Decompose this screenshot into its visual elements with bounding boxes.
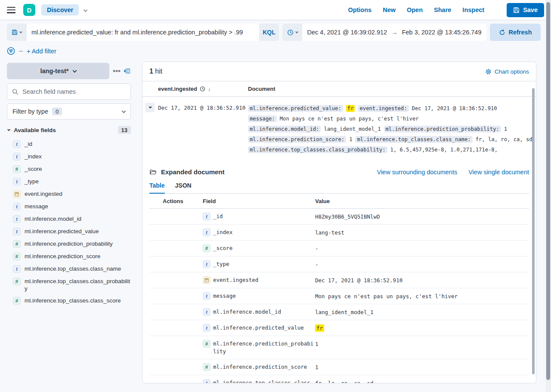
summary-line: message:Mon pays ce n'est pas un pays, c… [248, 114, 532, 124]
row-field-name: ml.inference.prediction_probability [213, 340, 315, 355]
row-field-name: _index [213, 228, 315, 236]
sidebar-field-item[interactable]: t message [7, 200, 131, 213]
sort-desc-icon: ↓ [208, 86, 211, 92]
saved-query-menu-button[interactable] [7, 24, 27, 41]
save-button[interactable]: Save [507, 3, 544, 17]
summary-field-pill: ml.inference.top_classes.class_probabili… [248, 146, 387, 153]
row-field-cell: t ml.inference.predicted_value [203, 324, 315, 332]
time-menu-button[interactable] [282, 24, 302, 41]
sidebar-field-item[interactable]: t _index [7, 150, 131, 163]
field-type-icon: # [13, 278, 21, 285]
field-name: message [25, 203, 48, 210]
row-field-name: _score [213, 244, 315, 252]
gear-icon [485, 68, 492, 75]
doc-table-row: # ml.inference.prediction_probability 1 [149, 336, 529, 359]
chevron-down-icon [19, 30, 22, 33]
field-settings-icon[interactable] [113, 70, 120, 72]
expanded-doc-tab[interactable]: Table [149, 182, 165, 194]
sidebar-field-item[interactable]: t _type [7, 175, 131, 188]
sidebar-field-item[interactable]: # ml.inference.top_classes.class_score [7, 294, 131, 307]
field-type-icon: t [203, 324, 210, 332]
chevron-down-icon[interactable] [84, 6, 87, 13]
chevron-down-icon [149, 105, 152, 108]
expanded-document-title: Expanded document [161, 168, 225, 176]
sidebar-field-item[interactable]: event.ingested [7, 188, 131, 200]
field-type-icon: # [203, 340, 210, 348]
available-fields-header[interactable]: Available fields 13 [7, 126, 131, 134]
save-icon [513, 7, 520, 13]
top-nav-link[interactable]: Share [434, 6, 451, 13]
sidebar-field-item[interactable]: # _score [7, 163, 131, 175]
value-column-header: Value [315, 198, 529, 204]
time-column-header[interactable]: event.ingested ↓ [158, 86, 248, 92]
refresh-icon [499, 29, 505, 36]
field-search [7, 83, 131, 100]
field-name: _score [25, 165, 42, 173]
top-nav-link[interactable]: Open [407, 6, 423, 13]
field-type-icon: t [13, 140, 21, 148]
row-field-name: message [213, 292, 315, 300]
menu-icon[interactable] [7, 7, 15, 13]
field-type-icon: t [13, 203, 21, 210]
filter-divider [19, 51, 23, 52]
chevron-down-icon [295, 30, 298, 33]
sidebar-field-item[interactable]: t ml.inference.top_classes.class_name [7, 262, 131, 275]
collapse-sidebar-icon[interactable] [123, 68, 131, 74]
filter-by-type-select[interactable]: Filter by type 0 [7, 103, 131, 120]
top-nav-link[interactable]: Options [348, 6, 371, 13]
row-field-value: fr [315, 324, 529, 332]
field-type-icon: # [13, 165, 21, 173]
expanded-doc-link[interactable]: View surrounding documents [377, 169, 457, 176]
row-field-cell: event.ingested [203, 276, 315, 284]
row-field-cell: t _type [203, 260, 315, 268]
query-language-button[interactable]: KQL [259, 24, 279, 41]
sidebar-field-item[interactable]: # ml.inference.prediction_probability [7, 238, 131, 250]
refresh-button[interactable]: Refresh [490, 24, 541, 41]
field-name: ml.inference.top_classes.class_probabili… [25, 278, 131, 292]
chart-options-button[interactable]: Chart options [485, 68, 529, 75]
sidebar-field-item[interactable]: # ml.inference.prediction_score [7, 250, 131, 262]
search-field-names-input[interactable] [22, 88, 126, 95]
results-header: 1 hit Chart options [142, 62, 536, 81]
field-type-icon: t [13, 178, 21, 185]
folder-open-icon [149, 169, 157, 176]
add-filter-button[interactable]: + Add filter [27, 48, 56, 55]
expanded-document-links: View surrounding documentsView single do… [377, 169, 529, 176]
page-scrollbar-track [545, 0, 551, 392]
field-type-icon [13, 190, 21, 198]
field-name: ml.inference.prediction_probability [25, 240, 113, 247]
arrow-right-icon: → [391, 29, 398, 36]
filter-options-icon[interactable] [7, 47, 15, 55]
sidebar-field-item[interactable]: t ml.inference.model_id [7, 213, 131, 225]
table-columns-header: event.ingested ↓ Document [142, 81, 536, 97]
row-field-name: ml.inference.top_classes.class_name [213, 379, 315, 384]
summary-value: Mon pays ce n'est pas un pays, c'est l'h… [280, 116, 419, 122]
expanded-doc-link[interactable]: View single document [468, 169, 529, 176]
search-icon [12, 89, 19, 95]
field-name: ml.inference.predicted_value [25, 228, 99, 235]
date-to: Feb 3, 2022 @ 13:45:26.749 [402, 29, 482, 36]
sidebar-field-item[interactable]: # ml.inference.top_classes.class_probabi… [7, 275, 131, 294]
filter-bar: + Add filter [7, 47, 56, 55]
panel-scrollbar[interactable] [532, 88, 535, 374]
clock-icon [200, 86, 205, 92]
collapse-row-button[interactable] [145, 103, 155, 112]
date-picker-group: Dec 4, 2021 @ 16:39:02.912 → Feb 3, 2022… [282, 24, 486, 41]
sidebar-field-item[interactable]: t _id [7, 138, 131, 150]
expanded-doc-tab[interactable]: JSON [175, 182, 192, 193]
row-field-name: ml.inference.prediction_score [213, 363, 315, 371]
query-input[interactable]: ml.inference.predicted_value: fr and ml.… [27, 24, 259, 41]
page-scrollbar-thumb[interactable] [546, 2, 550, 380]
top-nav-link[interactable]: New [383, 6, 396, 13]
field-type-icon: # [13, 297, 21, 305]
doc-table-row: # _score - [149, 241, 529, 256]
top-nav-link[interactable]: Inspect [462, 6, 484, 13]
field-name: ml.inference.top_classes.class_score [25, 297, 121, 304]
index-pattern-switcher[interactable]: lang-test* [7, 63, 109, 79]
sidebar-field-item[interactable]: t ml.inference.predicted_value [7, 225, 131, 238]
breadcrumb[interactable]: Discover [41, 4, 79, 15]
row-field-cell: t message [203, 292, 315, 300]
date-range[interactable]: Dec 4, 2021 @ 16:39:02.912 → Feb 3, 2022… [302, 24, 486, 41]
field-type-icon: t [203, 292, 210, 300]
field-type-icon: # [13, 240, 21, 248]
